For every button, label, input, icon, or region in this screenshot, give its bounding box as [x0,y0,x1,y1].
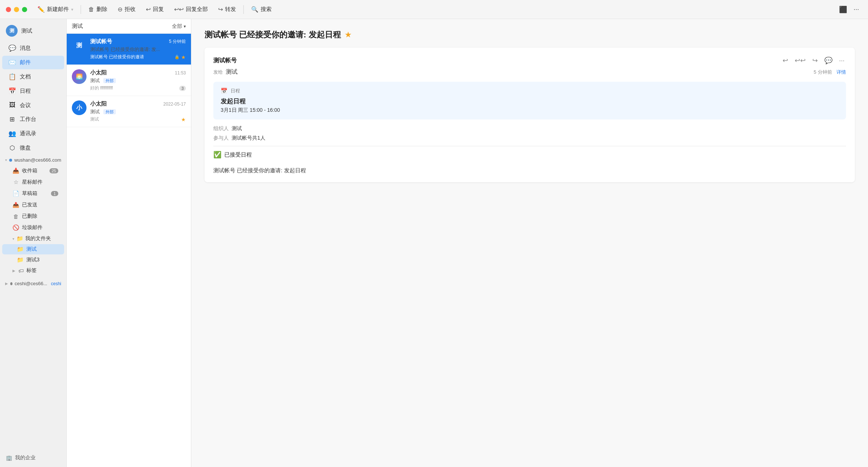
detail-comment-button[interactable]: 💬 [823,55,834,66]
email-preview-1: 测试帐号 已经接受你的邀请 [90,54,144,60]
detail-reply-button[interactable]: ↩ [781,55,790,66]
email-detail-panel: 测试帐号 已经接受你的邀请: 发起日程 ★ 测试帐号 ↩ ↩↩ ↪ 💬 ··· … [191,19,868,467]
account-header-1[interactable]: ▾ wushan@ces666.com [0,155,66,165]
sidebar-item-contacts[interactable]: 👥 通讯录 [2,127,64,140]
avatar: 测 [6,25,18,37]
email-item-3[interactable]: 小 小太阳 2022-05-17 测试 外部 测试 ★ [67,96,191,127]
calendar-event-title: 发起日程 [221,97,839,106]
detail-to: 发给 测试 [213,68,238,76]
folder-section: ▾ wushan@ces666.com 📥 收件箱 25 ☆ 星标邮件 📄 草稿… [0,155,66,452]
status-check-icon: ✅ [213,151,221,159]
email-preview-2: 好的 fffffffffff [90,85,113,91]
my-folders-header[interactable]: ▾ 📁 我的文件夹 [2,234,64,244]
minimize-button[interactable] [14,7,19,12]
calendar-icon: 📅 [8,87,16,95]
user-name: 测试 [21,27,32,34]
attendee-item: 参与人 测试帐号共1人 [213,135,265,141]
mail-icon: ✉️ [8,59,16,66]
organizer-label: 组织人 [213,125,229,132]
my-enterprise-button[interactable]: 🏢 我的企业 [0,452,66,464]
star-icon-1[interactable]: ★ [181,54,186,60]
inbox-icon: 📥 [12,168,19,174]
subfolder-item-test[interactable]: 📁 测试 [2,244,64,254]
detail-title: 测试帐号 已经接受你的邀请: 发起日程 [205,29,341,40]
email-sender-3: 小太阳 [90,100,107,107]
organizer-item: 组织人 测试 [213,125,242,132]
detail-time: 5 分钟前 [814,69,832,75]
account-header-2[interactable]: ▶ ceshi@ces66... ceshi [0,279,66,288]
reply-all-icon: ↩↩ [174,6,184,13]
workspace-label: 工作台 [20,116,36,123]
folder-item-drafts[interactable]: 📄 草稿箱 1 [2,188,64,199]
sidebar-user: 测 测试 [0,22,66,40]
subfolder-icon-1: 📁 [17,246,23,253]
sidebar-item-docs[interactable]: 📋 文档 [2,70,64,84]
organizer-value: 测试 [232,125,242,132]
email-avatar-1: 测 [72,38,87,53]
close-button[interactable] [6,7,11,12]
email-time-3: 2022-05-17 [163,102,186,107]
sidebar-item-mail[interactable]: ✉️ 邮件 [2,56,64,69]
sidebar-item-messages[interactable]: 💬 消息 [2,41,64,55]
detail-status-row: ✅ 已接受日程 [213,146,846,159]
folder-item-spam[interactable]: 🚫 垃圾邮件 [2,222,64,233]
email-subject-row-3: 测试 外部 [90,109,186,115]
folder-item-sent[interactable]: 📤 已发送 [2,199,64,210]
spam-label: 垃圾邮件 [22,224,58,231]
folder-item-starred[interactable]: ☆ 星标邮件 [2,177,64,188]
subfolder-item-test3[interactable]: 📁 测试3 [2,255,64,265]
compose-dropdown-icon[interactable]: ▾ [71,7,73,12]
detail-forward-button[interactable]: ↪ [811,55,819,66]
sidebar-item-cloud[interactable]: ⬡ 微盘 [2,141,64,155]
email-badge-2: 3 [179,86,186,91]
detail-time-link[interactable]: 详情 [836,69,846,75]
body-text: 测试帐号 已经接受你的邀请: 发起日程 [213,166,846,175]
forward-button[interactable]: ↪ 转发 [214,4,240,15]
folder-item-inbox[interactable]: 📥 收件箱 25 [2,165,64,176]
tags-icon: 🏷 [18,268,24,274]
email-subject-row-2: 测试 外部 [90,77,186,84]
detail-sender-row: 测试帐号 ↩ ↩↩ ↪ 💬 ··· [213,55,846,66]
sidebar-item-calendar[interactable]: 📅 日程 [2,84,64,98]
calendar-card-icon: 📅 [221,88,228,94]
enterprise-icon: 🏢 [6,455,12,461]
account2-dot [10,282,12,285]
star-icon-3[interactable]: ★ [181,117,186,122]
compose-button[interactable]: ✏️ 新建邮件 ▾ [33,4,78,15]
email-sender-2: 小太阳 [90,69,107,76]
compose-icon: ✏️ [37,6,45,13]
messages-label: 消息 [20,45,31,52]
folder-title: 测试 [72,23,83,30]
more-button[interactable]: ··· [850,4,862,15]
reply-all-button[interactable]: ↩↩ 回复全部 [170,4,212,15]
email-item-2[interactable]: 🌅 小太阳 11:53 测试 外部 好的 fffffffffff 3 [67,65,191,96]
email-item-1[interactable]: 测 测试帐号 5 分钟前 测试帐号 已经接受你的邀请: 发... 测试帐号 已经… [67,34,191,65]
detail-meta-row-2: 参与人 测试帐号共1人 [213,135,846,141]
sidebar-item-workspace[interactable]: ⊞ 工作台 [2,113,64,126]
docs-icon: 📋 [8,73,16,81]
filter-button[interactable]: 全部 ▾ [172,23,186,30]
inbox-label: 收件箱 [22,168,47,174]
avatar-text-3: 小 [76,104,82,112]
reply-button[interactable]: ↩ 回复 [141,4,168,15]
sidebar-item-meetings[interactable]: 🖼 会议 [2,99,64,112]
folder-item-deleted[interactable]: 🗑 已删除 [2,211,64,222]
delete-button[interactable]: 🗑 删除 [84,4,112,15]
detail-star-icon[interactable]: ★ [345,30,352,40]
delete-icon: 🗑 [88,6,94,13]
layout-button[interactable]: ⬛ [837,4,849,15]
inbox-badge: 25 [49,168,58,173]
detail-more-button[interactable]: ··· [838,55,846,66]
detail-to-label: 发给 [213,69,223,75]
calendar-card: 📅 日程 发起日程 3月1日 周三 15:00 - 16:00 [213,82,846,119]
my-folders-icon: 📁 [16,235,23,242]
maximize-button[interactable] [22,7,27,12]
sidebar: 测 测试 💬 消息 ✉️ 邮件 📋 文档 📅 日程 🖼 会议 ⊞ 工作台 [0,19,67,467]
docs-label: 文档 [20,73,31,80]
tags-header[interactable]: ▶ 🏷 标签 [2,265,64,276]
contacts-icon: 👥 [8,130,16,137]
reject-button[interactable]: ⊖ 拒收 [113,4,140,15]
detail-reply-all-button[interactable]: ↩↩ [793,55,807,66]
starred-icon: ☆ [12,179,19,185]
search-button[interactable]: 🔍 搜索 [247,4,276,15]
